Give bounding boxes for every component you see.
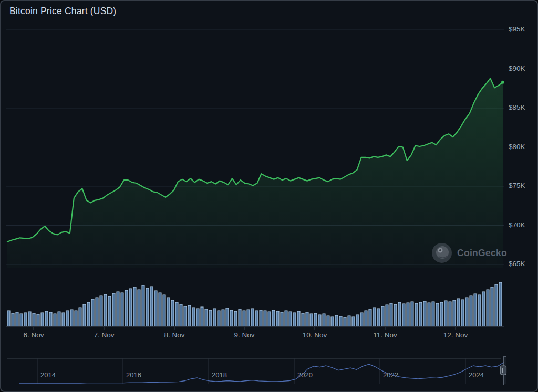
y-axis-label: $70K: [509, 221, 536, 229]
volume-bar: [465, 298, 468, 326]
volume-bar: [487, 290, 489, 326]
volume-bar: [230, 310, 233, 326]
y-axis-label: $75K: [509, 182, 536, 189]
volume-bar: [150, 287, 153, 326]
volume-bar: [16, 312, 18, 326]
volume-bar: [432, 302, 434, 326]
volume-bar: [226, 308, 229, 326]
volume-bar: [411, 302, 413, 326]
volume-bar: [369, 309, 371, 326]
navigator-year-label: 2018: [212, 371, 227, 379]
volume-bar: [323, 314, 325, 326]
navigator-handle-grip[interactable]: [501, 366, 506, 375]
volume-bar: [276, 311, 279, 326]
price-area-fill: [7, 78, 503, 268]
volume-bar: [192, 308, 195, 326]
volume-bar: [91, 299, 94, 326]
volume-chart-plot[interactable]: [1, 269, 538, 333]
y-axis-label: $80K: [509, 143, 536, 151]
volume-bar: [402, 304, 405, 326]
volume-bar: [163, 295, 165, 326]
volume-bar: [58, 312, 60, 326]
volume-bar: [344, 317, 346, 326]
volume-bar: [360, 313, 363, 326]
volume-bar: [281, 312, 283, 326]
price-chart-plot[interactable]: [1, 22, 538, 269]
volume-bar: [138, 290, 140, 326]
volume-bar: [306, 312, 308, 326]
volume-bar: [96, 298, 98, 326]
volume-bar: [146, 288, 149, 326]
volume-bar: [175, 302, 178, 326]
volume-bar: [436, 303, 439, 326]
volume-bar: [239, 309, 241, 326]
volume-bar: [331, 317, 334, 326]
volume-bar: [20, 314, 23, 326]
volume-bar: [352, 317, 355, 326]
volume-bar: [268, 312, 271, 326]
volume-bar: [407, 303, 409, 326]
volume-bar: [377, 309, 380, 326]
volume-bar: [62, 313, 65, 326]
y-axis-label: $95K: [509, 25, 536, 33]
range-navigator[interactable]: [1, 355, 538, 392]
volume-bar: [499, 282, 502, 326]
volume-bar: [453, 300, 456, 326]
volume-bar: [495, 284, 498, 326]
volume-bar: [457, 299, 460, 326]
x-axis-label: 11. Nov: [363, 331, 407, 339]
volume-bar: [188, 305, 191, 326]
volume-bar: [440, 302, 443, 326]
page-title: Bitcoin Price Chart (USD): [9, 6, 116, 17]
volume-bar: [222, 310, 224, 326]
volume-bar: [121, 293, 123, 326]
volume-bar: [260, 310, 262, 326]
volume-bar: [125, 290, 128, 326]
volume-bar: [310, 314, 313, 326]
volume-bar: [66, 311, 69, 326]
volume-bar: [478, 295, 481, 326]
volume-bar: [394, 304, 397, 326]
volume-bar: [45, 311, 48, 326]
x-axis-label: 12. Nov: [433, 331, 478, 339]
volume-bar: [297, 311, 300, 326]
volume-bar: [243, 311, 245, 326]
volume-bar: [142, 285, 144, 326]
navigator-year-label: 2020: [297, 371, 313, 379]
navigator-year-label: 2016: [126, 371, 141, 379]
volume-bar: [470, 296, 472, 326]
volume-bar: [54, 314, 56, 326]
volume-bar: [108, 296, 111, 326]
volume-bar: [247, 310, 250, 326]
volume-bar: [234, 311, 237, 326]
volume-bar: [444, 301, 447, 326]
volume-bar: [482, 292, 485, 326]
volume-bar: [272, 310, 275, 326]
volume-bar: [213, 309, 216, 326]
volume-bar: [314, 313, 317, 326]
y-axis-label: $65K: [509, 260, 536, 268]
navigator-year-label: 2014: [40, 371, 56, 379]
volume-bar: [415, 303, 418, 326]
volume-bar: [33, 313, 35, 326]
volume-bar: [339, 316, 342, 326]
volume-bar: [133, 287, 136, 326]
volume-bar: [449, 302, 451, 326]
volume-bar: [79, 308, 81, 326]
volume-bar: [264, 311, 266, 326]
volume-bar: [335, 315, 338, 326]
volume-bar: [129, 289, 132, 326]
volume-bar: [87, 302, 90, 326]
volume-bar: [285, 311, 287, 326]
volume-bar: [24, 313, 27, 326]
volume-bar: [49, 312, 52, 326]
volume-bar: [289, 312, 292, 326]
watermark-label: CoinGecko: [457, 248, 507, 259]
x-axis-label: 9. Nov: [222, 331, 266, 339]
volume-bar: [12, 313, 14, 326]
price-last-point-marker: [501, 81, 504, 84]
navigator-series-line: [19, 363, 504, 384]
volume-bar: [83, 304, 86, 326]
coingecko-watermark: CoinGecko: [431, 242, 507, 263]
volume-bar: [154, 291, 157, 326]
